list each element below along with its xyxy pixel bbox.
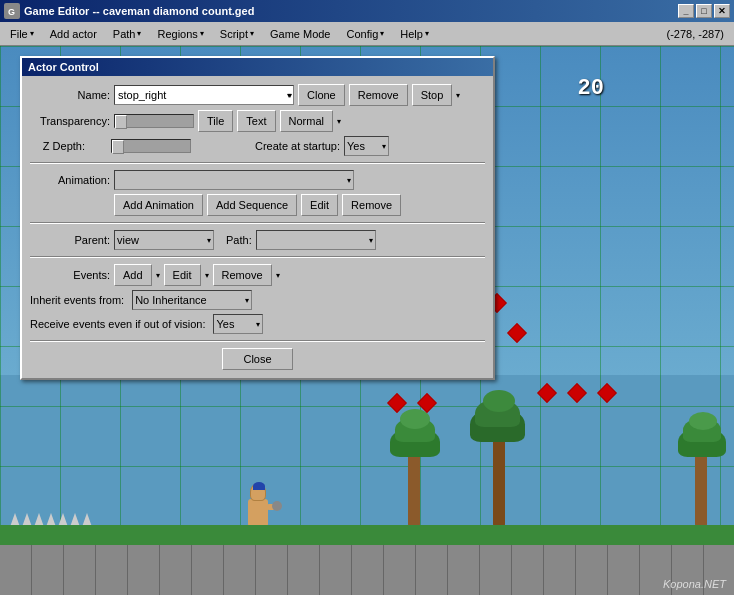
coords-display: (-278, -287) <box>659 28 732 40</box>
score-display: 20 <box>578 76 604 101</box>
title-bar-left: G Game Editor -- caveman diamond count.g… <box>4 3 254 19</box>
grid-line <box>600 46 601 595</box>
transparency-thumb <box>115 115 127 129</box>
title-bar-buttons: _ □ ✕ <box>678 4 730 18</box>
menu-file[interactable]: File <box>2 24 42 44</box>
inherit-select-wrapper: No Inheritance <box>132 290 252 310</box>
inherit-label: Inherit events from: <box>30 294 124 306</box>
inherit-row: Inherit events from: No Inheritance <box>30 290 485 310</box>
name-label: Name: <box>30 89 110 101</box>
parent-label: Parent: <box>30 234 110 246</box>
actor-dialog: Actor Control Name: ▾ Clone Remove Stop … <box>20 56 495 380</box>
window-title: Game Editor -- caveman diamond count.ged <box>24 5 254 17</box>
dialog-content: Name: ▾ Clone Remove Stop ▾ Transparency… <box>22 76 493 378</box>
events-label: Events: <box>30 269 110 281</box>
title-bar: G Game Editor -- caveman diamond count.g… <box>0 0 734 22</box>
zdepth-thumb <box>112 140 124 154</box>
stop-button[interactable]: Stop <box>412 84 453 106</box>
add-sequence-button[interactable]: Add Sequence <box>207 194 297 216</box>
receive-events-label: Receive events even if out of vision: <box>30 318 205 330</box>
startup-select-wrapper: Yes No <box>344 136 389 156</box>
add-animation-button[interactable]: Add Animation <box>114 194 203 216</box>
name-dropdown-arrow: ▾ <box>288 91 292 100</box>
text-button[interactable]: Text <box>237 110 275 132</box>
character <box>248 499 268 527</box>
menu-regions[interactable]: Regions <box>149 24 211 44</box>
menu-bar: File Add actor Path Regions Script Game … <box>0 22 734 46</box>
menu-path[interactable]: Path <box>105 24 150 44</box>
path-select[interactable] <box>256 230 376 250</box>
receive-events-select[interactable]: Yes No <box>213 314 263 334</box>
zdepth-slider[interactable] <box>111 139 191 153</box>
grid-line <box>0 406 734 407</box>
tile-button[interactable]: Tile <box>198 110 233 132</box>
animation-row: Animation: <box>30 170 485 190</box>
path-select-wrapper <box>256 230 376 250</box>
menu-add-actor[interactable]: Add actor <box>42 24 105 44</box>
menu-config[interactable]: Config <box>338 24 392 44</box>
close-button[interactable]: Close <box>222 348 292 370</box>
grid-line <box>540 46 541 595</box>
watermark: Kopona.NET <box>663 578 726 590</box>
animation-select-wrapper <box>114 170 354 190</box>
grid-line <box>0 46 734 47</box>
edit-event-button[interactable]: Edit <box>164 264 201 286</box>
animation-label: Animation: <box>30 174 110 186</box>
diamond-6 <box>567 383 587 403</box>
diamond-3 <box>387 393 407 413</box>
tile-text-normal-row: Transparency: Tile Text Normal ▾ <box>30 110 485 132</box>
app-icon: G <box>4 3 20 19</box>
stop-dropdown-arrow: ▾ <box>456 91 460 100</box>
grid-line <box>660 46 661 595</box>
separator-1 <box>30 162 485 164</box>
add-event-button[interactable]: Add <box>114 264 152 286</box>
path-label: Path: <box>226 234 252 246</box>
parent-path-row: Parent: view Path: <box>30 230 485 250</box>
menu-help[interactable]: Help <box>392 24 437 44</box>
game-area: 20 <box>0 46 734 595</box>
dialog-title: Actor Control <box>22 58 493 76</box>
separator-2 <box>30 222 485 224</box>
ground <box>0 525 734 545</box>
edit-animation-button[interactable]: Edit <box>301 194 338 216</box>
zdepth-label: Z Depth: <box>30 140 85 152</box>
events-row: Events: Add ▾ Edit ▾ Remove ▾ <box>30 264 485 286</box>
menu-game-mode[interactable]: Game Mode <box>262 24 339 44</box>
name-row: Name: ▾ Clone Remove Stop ▾ <box>30 84 485 106</box>
parent-select[interactable]: view <box>114 230 214 250</box>
close-button[interactable]: ✕ <box>714 4 730 18</box>
inherit-select[interactable]: No Inheritance <box>132 290 252 310</box>
add-event-arrow: ▾ <box>156 271 160 280</box>
remove-event-arrow: ▾ <box>276 271 280 280</box>
parent-select-wrapper: view <box>114 230 214 250</box>
maximize-button[interactable]: □ <box>696 4 712 18</box>
normal-dropdown-arrow: ▾ <box>337 117 341 126</box>
receive-select-wrapper: Yes No <box>213 314 263 334</box>
transparency-slider[interactable] <box>114 114 194 128</box>
startup-select[interactable]: Yes No <box>344 136 389 156</box>
remove-animation-button[interactable]: Remove <box>342 194 401 216</box>
normal-button[interactable]: Normal <box>280 110 333 132</box>
separator-4 <box>30 340 485 342</box>
menu-script[interactable]: Script <box>212 24 262 44</box>
animation-select[interactable] <box>114 170 354 190</box>
svg-text:G: G <box>8 7 15 17</box>
grid-line <box>0 46 1 595</box>
separator-3 <box>30 256 485 258</box>
zdepth-startup-row: Z Depth: Create at startup: Yes No <box>30 136 485 156</box>
remove-button[interactable]: Remove <box>349 84 408 106</box>
edit-event-arrow: ▾ <box>205 271 209 280</box>
transparency-label: Transparency: <box>30 115 110 127</box>
clone-button[interactable]: Clone <box>298 84 345 106</box>
name-select-wrapper: ▾ <box>114 85 294 105</box>
grid-line <box>720 46 721 595</box>
grid-line <box>0 466 734 467</box>
animation-buttons-row: Add Animation Add Sequence Edit Remove <box>30 194 485 216</box>
close-row: Close <box>30 348 485 370</box>
receive-events-row: Receive events even if out of vision: Ye… <box>30 314 485 334</box>
underground-blocks <box>0 545 734 595</box>
minimize-button[interactable]: _ <box>678 4 694 18</box>
name-input[interactable] <box>114 85 294 105</box>
create-startup-label: Create at startup: <box>255 140 340 152</box>
remove-event-button[interactable]: Remove <box>213 264 272 286</box>
